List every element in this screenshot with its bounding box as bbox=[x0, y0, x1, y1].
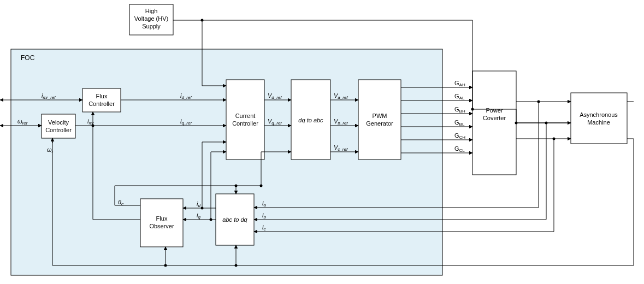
svg-text:Voltage (HV): Voltage (HV) bbox=[134, 15, 168, 22]
block-pwm-generator: PWM Generator bbox=[358, 80, 401, 159]
label-gch: GCH bbox=[454, 132, 465, 140]
svg-point-31 bbox=[201, 19, 204, 22]
svg-text:Observer: Observer bbox=[149, 223, 174, 229]
svg-rect-7 bbox=[42, 114, 75, 138]
label-gah: GAH bbox=[454, 80, 465, 87]
block-power-converter: Power Coverter bbox=[472, 71, 516, 175]
svg-text:Controller: Controller bbox=[45, 127, 72, 133]
block-hv-supply: High Voltage (HV) Supply bbox=[129, 4, 173, 35]
svg-rect-15 bbox=[358, 80, 401, 159]
block-async-machine: Asynchronous Machine bbox=[571, 93, 627, 144]
svg-text:Supply: Supply bbox=[142, 23, 161, 29]
label-gbh: GBH bbox=[454, 106, 465, 114]
block-velocity-controller: Velocity Controller bbox=[42, 114, 75, 138]
svg-text:High: High bbox=[145, 8, 158, 14]
svg-rect-21 bbox=[571, 93, 627, 144]
svg-text:Controller: Controller bbox=[232, 120, 258, 127]
svg-text:dq to abc: dq to abc bbox=[298, 117, 323, 123]
svg-text:Coverter: Coverter bbox=[483, 115, 506, 121]
svg-text:Asynchronous: Asynchronous bbox=[580, 111, 618, 118]
svg-text:PWM: PWM bbox=[373, 113, 387, 119]
block-flux-observer: Flux Observer bbox=[140, 199, 183, 247]
label-gbl: GBL bbox=[454, 119, 465, 127]
block-current-controller: Current Controller bbox=[226, 80, 264, 159]
svg-text:Controller: Controller bbox=[88, 100, 115, 107]
block-abc-to-dq: abc to dq bbox=[216, 194, 254, 245]
foc-label: FOC bbox=[21, 54, 35, 62]
svg-text:Velocity: Velocity bbox=[48, 119, 69, 126]
svg-text:Current: Current bbox=[235, 113, 256, 119]
svg-text:Flux: Flux bbox=[156, 215, 168, 222]
svg-text:abc to dq: abc to dq bbox=[222, 216, 247, 223]
svg-rect-10 bbox=[226, 80, 264, 159]
svg-point-29 bbox=[471, 108, 474, 111]
svg-text:Generator: Generator bbox=[366, 120, 393, 127]
svg-text:Flux: Flux bbox=[96, 93, 108, 99]
label-gcl: GCL bbox=[454, 145, 465, 153]
svg-text:Machine: Machine bbox=[587, 119, 610, 126]
svg-point-38 bbox=[260, 185, 263, 187]
svg-text:Power: Power bbox=[486, 107, 503, 114]
block-dq-to-abc: dq to abc bbox=[291, 80, 330, 159]
block-flux-controller: Flux Controller bbox=[82, 88, 121, 112]
svg-rect-18 bbox=[472, 71, 516, 175]
label-gal: GAL bbox=[454, 93, 465, 100]
